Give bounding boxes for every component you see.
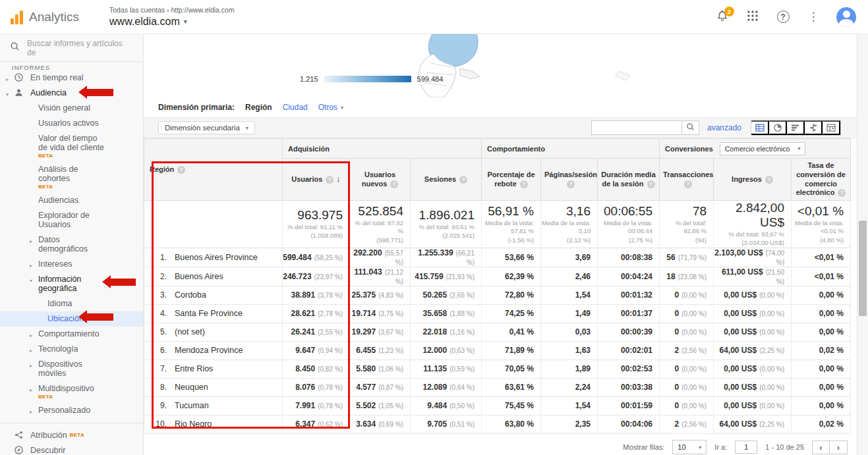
legend-gradient <box>324 76 411 82</box>
avatar[interactable] <box>836 7 856 27</box>
help-icon[interactable]: ? <box>177 166 185 174</box>
column-header-usuarios-nuevos[interactable]: Usuarios nuevos? <box>350 159 411 201</box>
dimension-otros[interactable]: Otros ▾ <box>318 103 343 112</box>
table-row: 1.Buenos Aires Province599.484(58,25 %)2… <box>144 248 851 267</box>
column-header-p-ginas-sesi-n[interactable]: Páginas/sesión? <box>541 159 598 201</box>
sort-desc-icon[interactable]: ↓ <box>336 174 341 184</box>
pivot-view-button[interactable] <box>823 120 840 135</box>
performance-view-button[interactable] <box>787 120 805 135</box>
sidebar-item-dispositivos-moviles[interactable]: ▸Dispositivos móviles <box>0 357 143 381</box>
secondary-dimension-button[interactable]: Dimensión secundaria ▾ <box>158 121 255 134</box>
sidebar-item-vision-general[interactable]: Visión general <box>0 101 143 116</box>
metric-cell: 74,25 % <box>482 304 541 323</box>
metric-cell: 0,00 US$(0,00 %) <box>714 304 792 323</box>
region-link[interactable]: Buenos Aires Province <box>175 253 258 262</box>
sidebar-item-valor-tiempo-vida-cliente[interactable]: Valor del tiempo de vida del clienteBETA <box>0 131 143 162</box>
column-header-sesiones[interactable]: Sesiones? <box>411 159 482 201</box>
vertical-scrollbar[interactable] <box>857 34 868 455</box>
sidebar-search[interactable]: Buscar informes y artículos de <box>0 34 143 62</box>
search-placeholder: Buscar informes y artículos de <box>27 39 133 57</box>
comparison-icon <box>809 123 818 132</box>
sidebar-item-usuarios-activos[interactable]: Usuarios activos <box>0 116 143 131</box>
notifications-button[interactable]: 2 <box>715 10 730 24</box>
metric-cell: 5.580(1,06 %) <box>350 360 411 378</box>
sidebar-item-audiencias[interactable]: Audiencias <box>0 193 143 208</box>
metric-cell: 3.634(0,69 %) <box>350 415 411 433</box>
dimension-ciudad[interactable]: Ciudad <box>283 103 308 112</box>
column-header-region[interactable]: Región? <box>144 139 283 201</box>
sidebar-item-personalizado[interactable]: ▸Personalizado <box>0 403 143 418</box>
pagination-buttons: ‹ › <box>812 441 848 454</box>
region-link[interactable]: Cordoba <box>175 290 206 300</box>
more-options-button[interactable]: ⋮ <box>806 10 821 24</box>
table-search-input[interactable] <box>591 120 682 135</box>
metric-cell: 1,63 <box>541 341 598 360</box>
next-page-button[interactable]: › <box>830 441 848 454</box>
goto-page-input[interactable] <box>735 441 757 454</box>
help-button[interactable]: ? <box>776 10 790 24</box>
beta-badge: BETA <box>38 394 107 400</box>
rows-per-page-select[interactable]: 10 ▾ <box>672 440 707 454</box>
property-name[interactable]: www.eldia.com <box>109 15 180 28</box>
column-header-tasa-de-conversi-n-de-comercio-electr-nico[interactable]: Tasa de conversión de comercio electróni… <box>792 159 851 201</box>
column-header-ingresos[interactable]: Ingresos? <box>714 159 792 201</box>
sidebar-item-idioma[interactable]: Idioma <box>0 296 143 311</box>
argentina-map[interactable] <box>262 34 671 97</box>
help-icon[interactable]: ? <box>765 176 773 184</box>
sidebar-item-intereses[interactable]: ▸Intereses <box>0 257 143 272</box>
help-icon[interactable]: ? <box>520 180 528 188</box>
percentage-view-button[interactable] <box>769 120 787 135</box>
column-header-porcentaje-de-rebote[interactable]: Porcentaje de rebote? <box>482 159 541 201</box>
region-link[interactable]: Santa Fe Province <box>175 309 243 318</box>
scrollbar-thumb[interactable] <box>859 221 867 316</box>
person-icon <box>14 88 24 98</box>
chevron-down-icon: ▾ <box>797 146 800 151</box>
chevron-right-icon: ▸ <box>30 408 32 417</box>
help-icon[interactable]: ? <box>684 180 692 188</box>
sidebar-item-descubrir[interactable]: Descubrir <box>0 443 143 455</box>
region-link[interactable]: (not set) <box>175 327 205 336</box>
beta-badge: BETA <box>70 431 84 440</box>
region-link[interactable]: Neuquen <box>175 383 208 392</box>
help-icon[interactable]: ? <box>838 189 846 197</box>
sidebar-item-en-tiempo-real[interactable]: ▸En tiempo real <box>0 70 143 86</box>
search-button[interactable] <box>682 120 699 135</box>
help-icon[interactable]: ? <box>326 176 333 184</box>
search-icon <box>686 122 695 133</box>
column-header-transacciones[interactable]: Transacciones? <box>660 159 714 201</box>
help-icon[interactable]: ? <box>647 180 655 188</box>
metric-cell: 35.658(1,88 %) <box>411 304 482 323</box>
comparison-view-button[interactable] <box>805 120 823 135</box>
sidebar-item-analisis-de-cohortes[interactable]: Análisis de cohortesBETA <box>0 162 143 193</box>
analytics-logo-icon[interactable] <box>11 10 23 24</box>
region-link[interactable]: Entre Rios <box>175 364 213 373</box>
sidebar-item-atribucion[interactable]: AtribuciónBETA <box>0 428 143 443</box>
table-view-button[interactable] <box>751 120 769 135</box>
sidebar-item-label: Descubrir <box>30 446 66 455</box>
column-header-usuarios[interactable]: Usuarios?↓ <box>283 159 350 201</box>
help-icon[interactable]: ? <box>567 180 575 188</box>
sidebar-item-comportamiento[interactable]: ▸Comportamiento <box>0 327 143 342</box>
region-link[interactable]: Mendoza Province <box>175 346 243 355</box>
sidebar-item-audiencia[interactable]: ▾Audiencia <box>0 86 143 101</box>
help-icon[interactable]: ? <box>459 176 467 184</box>
column-header-duraci-n-media-de-la-sesi-n[interactable]: Duración media de la sesión? <box>598 159 660 201</box>
sidebar-item-multidispositivo[interactable]: ▸MultidispositivoBETA <box>0 381 143 403</box>
region-link[interactable]: Buenos Aires <box>175 272 223 281</box>
sidebar-item-ubicacion[interactable]: Ubicación <box>0 311 143 327</box>
region-link[interactable]: Tucuman <box>175 401 209 410</box>
breadcrumb[interactable]: Todas las cuentas › http://www.eldia.com <box>109 6 235 14</box>
advanced-link[interactable]: avanzado <box>707 123 741 132</box>
dimension-region[interactable]: Región <box>245 103 272 112</box>
ecommerce-selector[interactable]: Comercio electrónico▾ <box>720 142 806 155</box>
prev-page-button[interactable]: ‹ <box>812 441 830 454</box>
sidebar-item-tecnologia[interactable]: ▸Tecnología <box>0 342 143 357</box>
help-icon[interactable]: ? <box>390 180 398 188</box>
apps-grid-button[interactable] <box>745 10 760 24</box>
search-icon <box>10 41 20 54</box>
sidebar-item-datos-demograficos[interactable]: ▸Datos demográficos <box>0 232 143 257</box>
account-switcher[interactable]: Todas las cuentas › http://www.eldia.com… <box>109 6 235 28</box>
region-link[interactable]: Rio Negro <box>175 419 212 429</box>
sidebar-item-explorador-de-usuarios[interactable]: Explorador de Usuarios <box>0 208 143 232</box>
pie-icon <box>773 123 782 132</box>
